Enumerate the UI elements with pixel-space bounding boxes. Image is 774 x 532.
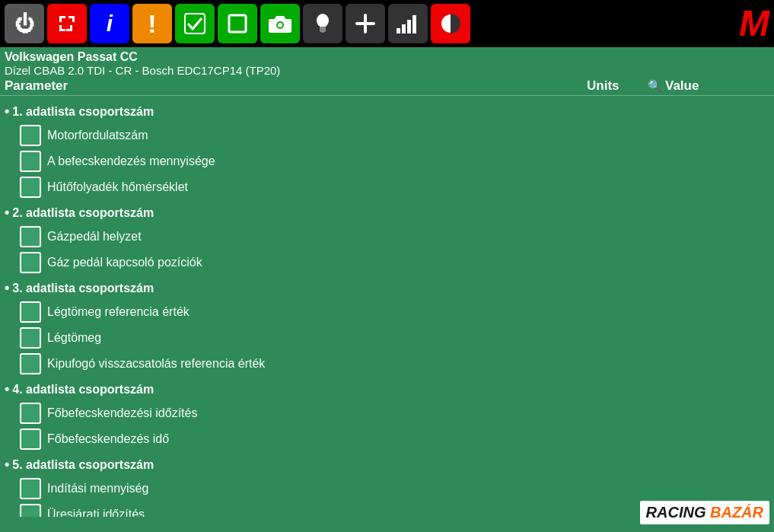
warn-button[interactable]: ! [132, 4, 172, 43]
group-header-group2: 2. adatlista csoportszám [5, 200, 769, 224]
param-item-item7: Légtömeg [5, 325, 769, 351]
param-item-item10: Főbefecskendezés idő [5, 426, 769, 452]
toolbar: ⏻ i ! [0, 0, 774, 47]
checkbox-item12[interactable] [20, 504, 41, 517]
racing-bazar-logo: RACING BAZÁR [640, 501, 769, 524]
checkbox-item7[interactable] [20, 327, 41, 349]
signal-button[interactable] [388, 4, 428, 43]
vehicle-make: Volkswagen Passat CC [5, 50, 769, 64]
param-item-item4: Gázpedál helyzet [5, 224, 769, 250]
param-item-item5: Gáz pedál kapcsoló pozíciók [5, 250, 769, 276]
param-label-item4: Gázpedál helyzet [47, 230, 769, 244]
svg-rect-10 [402, 24, 406, 33]
param-label-item1: Motorfordulatszám [47, 129, 769, 142]
svg-point-3 [278, 23, 282, 27]
svg-rect-8 [355, 22, 375, 25]
checkbox-item5[interactable] [20, 252, 41, 273]
vehicle-engine: Dízel CBAB 2.0 TDI - CR - Bosch EDC17CP1… [5, 64, 769, 77]
group-header-group1: 1. adatlista csoportszám [5, 99, 769, 123]
bazar-text: BAZÁR [710, 504, 763, 521]
checkbox-item11[interactable] [20, 478, 41, 499]
checkbox-item3[interactable] [20, 177, 41, 198]
svg-point-4 [317, 14, 329, 27]
header-units: Units [587, 78, 648, 94]
svg-rect-6 [320, 29, 326, 31]
table-header: Parameter Units 🔍 Value [0, 77, 774, 96]
parameter-list: 1. adatlista csoportszámMotorfordulatszá… [0, 96, 774, 517]
param-label-item3: Hűtőfolyadék hőmérséklet [47, 180, 769, 194]
param-item-item3: Hűtőfolyadék hőmérséklet [5, 174, 769, 200]
camera-button[interactable] [260, 4, 300, 43]
svg-rect-1 [229, 15, 246, 32]
svg-rect-11 [407, 20, 411, 33]
param-label-item8: Kipufogó visszacsatolás referencia érték [47, 357, 769, 371]
param-label-item11: Indítási mennyiség [47, 482, 769, 495]
param-label-item2: A befecskendezés mennyisége [47, 155, 769, 168]
param-label-item6: Légtömeg referencia érték [47, 305, 769, 319]
app-logo: M [739, 5, 769, 42]
info-button[interactable]: i [90, 4, 129, 43]
checkbox-item8[interactable] [20, 353, 41, 374]
svg-rect-0 [185, 14, 205, 33]
svg-rect-12 [412, 15, 416, 33]
param-label-item10: Főbefecskendezés idő [47, 432, 769, 446]
group-header-group5: 5. adatlista csoportszám [5, 452, 769, 476]
param-item-item1: Motorfordulatszám [5, 123, 769, 148]
param-item-item9: Főbefecskendezési időzítés [5, 400, 769, 426]
param-label-item9: Főbefecskendezési időzítés [47, 406, 769, 420]
check-button[interactable] [175, 4, 215, 43]
vehicle-info: Volkswagen Passat CC Dízel CBAB 2.0 TDI … [0, 47, 774, 77]
tool-button[interactable] [346, 4, 385, 43]
checkbox-item4[interactable] [20, 226, 41, 247]
rect-button[interactable] [218, 4, 257, 43]
contrast-button[interactable] [431, 4, 470, 43]
group-header-group3: 3. adatlista csoportszám [5, 276, 769, 299]
checkbox-item10[interactable] [20, 428, 41, 450]
expand-button[interactable] [47, 4, 87, 43]
param-label-item7: Légtömeg [47, 331, 769, 345]
param-item-item2: A befecskendezés mennyisége [5, 148, 769, 174]
racing-text: RACING [646, 504, 706, 521]
checkbox-item2[interactable] [20, 151, 41, 172]
param-item-item8: Kipufogó visszacsatolás referencia érték [5, 351, 769, 377]
header-value: 🔍 Value [648, 78, 769, 94]
search-icon: 🔍 [648, 79, 662, 93]
param-item-item6: Légtömeg referencia érték [5, 299, 769, 325]
power-button[interactable]: ⏻ [5, 4, 44, 43]
svg-rect-9 [397, 28, 400, 33]
checkbox-item1[interactable] [20, 125, 41, 146]
param-label-item5: Gáz pedál kapcsoló pozíciók [47, 256, 769, 269]
header-parameter: Parameter [5, 78, 587, 94]
checkbox-item6[interactable] [20, 301, 41, 323]
checkbox-item9[interactable] [20, 403, 41, 424]
bulb-button[interactable] [303, 4, 342, 43]
param-item-item11: Indítási mennyiség [5, 476, 769, 502]
svg-rect-5 [320, 27, 326, 29]
group-header-group4: 4. adatlista csoportszám [5, 377, 769, 400]
